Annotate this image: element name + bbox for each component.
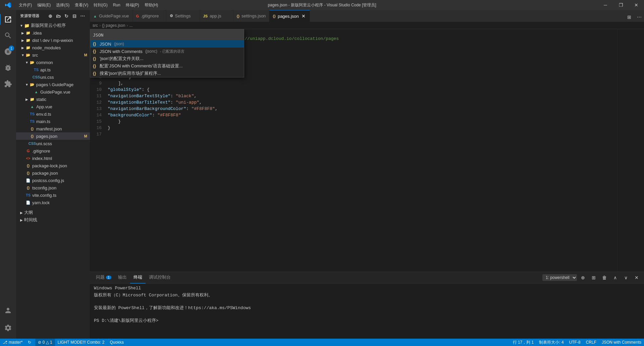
sidebar-item-pages[interactable]: ▼📂pages \ GuidePage — [16, 81, 90, 88]
activity-debug[interactable] — [0, 60, 16, 76]
status-item-powermode[interactable]: LIGHT MODE!!! Combo: 2 — [55, 339, 107, 346]
trash-terminal-button[interactable]: 🗑 — [600, 273, 609, 282]
close-button[interactable]: ✕ — [629, 0, 644, 10]
sidebar-item-GuidePage-vue[interactable]: ▲GuidePage.vue — [16, 88, 90, 96]
maximize-button[interactable]: ❐ — [613, 0, 629, 10]
sidebar-item-package-json[interactable]: {}package.json — [16, 169, 90, 177]
sidebar-item-idea[interactable]: ▶📁.idea — [16, 29, 90, 37]
sidebar-item-package-lock-json[interactable]: {}package-lock.json — [16, 162, 90, 169]
new-terminal-button[interactable]: ⊕ — [578, 273, 588, 282]
dropdown-item-json[interactable]: {}JSON(json) — [90, 40, 244, 48]
more-actions-button[interactable]: ⋯ — [79, 13, 86, 19]
status-item-quokka[interactable]: Quokka — [107, 339, 126, 346]
sidebar-item-postcss-config-js[interactable]: 📄postcss.config.js — [16, 177, 90, 184]
sidebar-item-src[interactable]: ▼📂srcM — [16, 51, 90, 59]
split-editor-button[interactable]: ⊞ — [625, 12, 634, 22]
more-tabs-button[interactable]: ⋯ — [635, 12, 644, 22]
status-item-sync[interactable]: ↻ — [25, 339, 35, 346]
tree-arrow-App-vue — [24, 104, 30, 109]
sidebar-item-env-d-ts[interactable]: TSenv.d.ts — [16, 110, 90, 118]
tree-arrow-index-html — [20, 156, 25, 161]
collapse-button[interactable]: ⊟ — [71, 13, 78, 19]
activity-account[interactable] — [0, 302, 16, 319]
dropdown-item-json-with-comments[interactable]: {}JSON with Comments(jsonc)- 已配置的语言 — [90, 48, 244, 55]
menu-help[interactable]: 帮助(H) — [142, 0, 161, 10]
dropdown-item-json-basic[interactable]: {}配置'JSON with Comments'语言基础设置... — [90, 62, 244, 70]
timeline-arrow: ▶ — [19, 217, 24, 223]
sidebar-item-uni-scss[interactable]: CSSuni.scss — [16, 140, 90, 147]
sidebar-item-App-vue[interactable]: ▲App.vue — [16, 103, 90, 110]
sidebar-item-uni-css[interactable]: CSSuni.css — [16, 73, 90, 81]
terminal-tab-terminal[interactable]: 终端 — [130, 272, 146, 284]
file-label-tsconfig-json: tsconfig.json — [32, 185, 56, 190]
new-file-button[interactable]: ⊕ — [47, 13, 54, 19]
menu-edit[interactable]: 编辑(E) — [35, 0, 53, 10]
dropdown-item-json-market[interactable]: {}搜索'json'的应用市场扩展程序... — [90, 70, 244, 77]
terminal-shell-selector[interactable]: 1: powershell — [542, 274, 577, 281]
file-icon-vite-config-ts: TS — [25, 192, 31, 198]
terminal-tab-output[interactable]: 输出 — [115, 272, 130, 284]
status-item-encoding[interactable]: UTF-8 — [567, 339, 583, 346]
tab-close-pages-json[interactable]: ✕ — [301, 13, 306, 19]
new-folder-button[interactable]: 🗁 — [55, 13, 62, 19]
sidebar-item-dist[interactable]: ▶📁dist \ dev \ mp-weixin — [16, 37, 90, 44]
code-line-11: "navigationBarTextStyle": "black", — [108, 93, 617, 99]
sidebar-item-gitignore[interactable]: G.gitignore — [16, 147, 90, 155]
sidebar-item-static[interactable]: ▶📁static — [16, 96, 90, 103]
sidebar-outline[interactable]: ▶ 大纲 — [16, 209, 90, 216]
tab-settings[interactable]: ⚙Settings — [166, 10, 200, 22]
minimize-button[interactable]: ─ — [598, 0, 613, 10]
menu-view[interactable]: 查看(V) — [72, 0, 91, 10]
menu-run[interactable]: Run — [110, 0, 123, 10]
sidebar-item-yarn-lock[interactable]: 📄yarn.lock — [16, 199, 90, 206]
tree-item-project[interactable]: ▼ 📁 新版阿里云小程序 — [16, 22, 90, 29]
sidebar-item-pages-json[interactable]: {}pages.jsonM — [16, 132, 90, 140]
status-item-branch[interactable]: ⎇master* — [0, 339, 25, 346]
dropdown-item-icon-json-basic: {} — [93, 64, 98, 68]
file-badge-src: M — [84, 53, 87, 57]
dropdown-item-suffix-json: (json) — [114, 42, 124, 46]
status-item-position[interactable]: 行 17，列 1 — [510, 339, 537, 346]
terminal-tab-problems[interactable]: 问题1 — [93, 272, 115, 284]
maximize-terminal-button[interactable]: ∨ — [621, 273, 631, 282]
status-item-errors[interactable]: ⊘ 0 △ 1 — [35, 339, 55, 346]
sidebar-item-index-html[interactable]: <>index.html — [16, 155, 90, 162]
breadcrumb-rest[interactable]: ... — [129, 23, 132, 28]
sidebar-item-api-ts[interactable]: TSapi.ts — [16, 66, 90, 73]
activity-explorer[interactable] — [0, 11, 16, 27]
sidebar-item-main-ts[interactable]: TSmain.ts — [16, 118, 90, 125]
close-terminal-button[interactable]: ✕ — [632, 273, 641, 282]
terminal-content[interactable]: Windows PowerShell版权所有（C）Microsoft Corpo… — [90, 284, 644, 339]
status-item-eol[interactable]: CRLF — [583, 339, 599, 346]
menu-goto[interactable]: 转到(G) — [91, 0, 110, 10]
tab-settings-json[interactable]: {}settings.json — [233, 10, 270, 22]
tab-guidepage-vue[interactable]: ▲GuidePage.vue — [90, 10, 133, 22]
tab-gitignore[interactable]: G.gitignore — [133, 10, 166, 22]
status-item-language[interactable]: JSON with Comments — [599, 339, 644, 346]
activity-search[interactable] — [0, 27, 16, 44]
status-item-spaces[interactable]: 制表符大小: 4 — [536, 339, 566, 346]
tab-app-js[interactable]: JSapp.js — [200, 10, 233, 22]
activity-settings[interactable] — [0, 320, 16, 336]
language-search-input[interactable] — [93, 33, 241, 38]
collapse-terminal-button[interactable]: ∧ — [610, 273, 620, 282]
sidebar-item-vite-config-ts[interactable]: TSvite.config.ts — [16, 191, 90, 199]
menu-select[interactable]: 选择(S) — [53, 0, 72, 10]
refresh-button[interactable]: ↻ — [63, 13, 70, 19]
breadcrumb-file[interactable]: {} pages.json — [102, 23, 125, 28]
sidebar-timeline[interactable]: ▶ 时间线 — [16, 216, 90, 224]
activity-extensions[interactable] — [0, 76, 16, 92]
terminal-tab-debug[interactable]: 调试控制台 — [146, 272, 174, 284]
breadcrumb-src[interactable]: src — [93, 23, 98, 28]
activity-git[interactable]: 1 — [0, 44, 16, 60]
sidebar-item-common[interactable]: ▼📂common — [16, 59, 90, 66]
sidebar-item-node_modules[interactable]: ▶📁node_modules — [16, 44, 90, 51]
split-terminal-button[interactable]: ⊞ — [589, 273, 598, 282]
menu-terminal[interactable]: 终端(P) — [123, 0, 142, 10]
tab-pages-json[interactable]: {}pages.json✕ — [269, 10, 310, 22]
sidebar-item-manifest-json[interactable]: {}manifest.json — [16, 125, 90, 132]
tree-arrow-GuidePage-vue — [28, 89, 34, 95]
sidebar-item-tsconfig-json[interactable]: {}tsconfig.json — [16, 184, 90, 191]
dropdown-item-json-config[interactable]: {}'json'的配置文件关联... — [90, 55, 244, 62]
menu-file[interactable]: 文件(F) — [16, 0, 35, 10]
